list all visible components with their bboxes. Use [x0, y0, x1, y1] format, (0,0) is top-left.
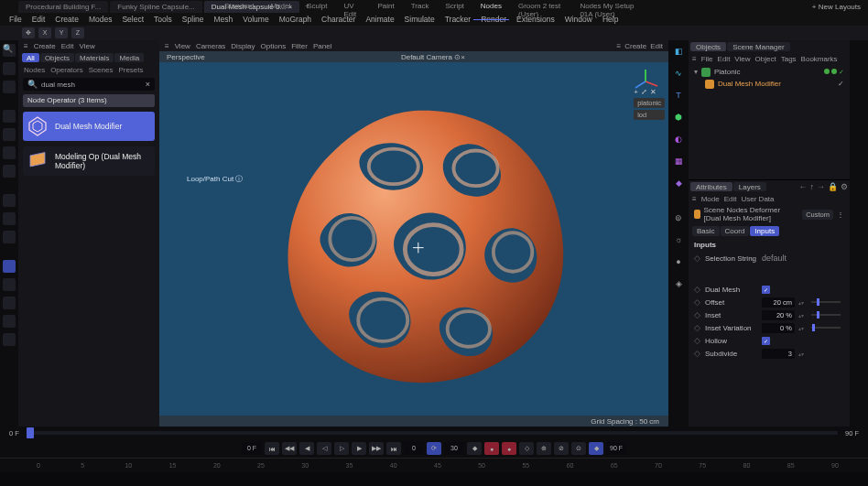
deformer-icon[interactable]: ◐: [671, 132, 686, 146]
timeline-strip[interactable]: 0 F 90 F: [0, 427, 868, 439]
attr-tab-basic[interactable]: Basic: [692, 226, 720, 236]
key-icon[interactable]: ◆: [467, 442, 482, 455]
frame-end-field[interactable]: 90 F: [845, 429, 859, 437]
playhead[interactable]: [27, 427, 34, 438]
tree-item-dual-mesh[interactable]: Dual Mesh Modifier ✓: [694, 78, 844, 90]
gear-icon[interactable]: ⚙: [841, 182, 848, 191]
value-field[interactable]: 20 %: [762, 310, 795, 320]
checkbox[interactable]: ✓: [762, 337, 770, 345]
plus-icon[interactable]: +: [634, 88, 638, 96]
asset-menu-view[interactable]: View: [79, 42, 94, 50]
step-fwd-icon[interactable]: ▶▶: [369, 442, 384, 455]
slider-track[interactable]: [811, 327, 841, 329]
asset-filter-presets[interactable]: Presets: [118, 66, 143, 74]
obj-menu-bookmarks[interactable]: Bookmarks: [801, 55, 838, 63]
frame-start-field[interactable]: 0 F: [9, 429, 19, 437]
search-icon[interactable]: 🔍: [3, 44, 16, 57]
fps-field[interactable]: 30: [444, 442, 464, 455]
step-back-icon[interactable]: ◀◀: [282, 442, 297, 455]
attr-menu-edit[interactable]: Edit: [724, 195, 737, 203]
key-rot-icon[interactable]: ⊘: [554, 442, 569, 455]
nav-fwd-icon[interactable]: →: [817, 182, 825, 191]
obj-menu-object[interactable]: Object: [755, 55, 776, 63]
vp-menu-edit[interactable]: Edit: [650, 42, 663, 50]
panel-menu-icon[interactable]: ≡: [692, 55, 697, 63]
polygon-mode-icon[interactable]: [3, 231, 16, 243]
layout-tab[interactable]: UV Edit: [337, 0, 369, 20]
light-icon[interactable]: ☼: [671, 232, 686, 247]
active-tool-icon[interactable]: [3, 260, 16, 273]
layout-tab[interactable]: Sculpt: [299, 0, 334, 20]
menu-file[interactable]: File: [5, 14, 26, 25]
panel-tab-layers[interactable]: Layers: [733, 182, 766, 191]
layout-tab[interactable]: Model: [263, 0, 298, 20]
keyframe-diamond-icon[interactable]: ◇: [694, 336, 701, 345]
keyframe-diamond-icon[interactable]: ◇: [694, 254, 701, 263]
menu-select[interactable]: Select: [118, 14, 147, 25]
scale-tool-icon[interactable]: [3, 165, 16, 178]
render-dot-icon[interactable]: [831, 69, 837, 74]
tree-item-platonic[interactable]: ▾ Platonic ✓: [694, 66, 844, 78]
vp-menu-create[interactable]: Create: [624, 42, 646, 50]
vp-menu-filter[interactable]: Filter: [291, 42, 308, 50]
close-icon[interactable]: ✕: [650, 88, 656, 96]
layout-tab[interactable]: Track: [404, 0, 437, 20]
material-icon[interactable]: ●: [671, 254, 686, 269]
viewport-tag[interactable]: platonic: [634, 98, 665, 108]
slider-track[interactable]: [811, 301, 841, 303]
obj-menu-tags[interactable]: Tags: [781, 55, 797, 63]
slider-thumb[interactable]: [817, 298, 819, 306]
obj-menu-file[interactable]: File: [701, 55, 713, 63]
camera-icon[interactable]: ⊚: [671, 211, 686, 225]
asset-menu-edit[interactable]: Edit: [61, 42, 74, 50]
value-field[interactable]: 0 %: [762, 323, 795, 333]
keyframe-diamond-icon[interactable]: ◇: [694, 349, 701, 358]
asset-tab-objects[interactable]: Objects: [40, 53, 74, 62]
asset-filter-operators[interactable]: Operators: [50, 66, 83, 74]
vp-menu-options[interactable]: Options: [261, 42, 287, 50]
play-back-icon[interactable]: ◁: [317, 442, 331, 455]
search-input[interactable]: [41, 81, 146, 89]
nav-back-icon[interactable]: ←: [799, 182, 808, 191]
panel-tab-objects[interactable]: Objects: [690, 42, 726, 51]
edge-mode-icon[interactable]: [3, 212, 16, 225]
prev-frame-icon[interactable]: ◀: [299, 442, 314, 455]
move-tool-icon[interactable]: [3, 128, 16, 141]
nodes-icon[interactable]: ◆: [671, 176, 686, 190]
checkbox[interactable]: ✓: [762, 286, 770, 294]
preset-dropdown[interactable]: Custom: [802, 210, 833, 220]
go-end-icon[interactable]: ⏭: [386, 442, 401, 455]
panel-tab-scene-manager[interactable]: Scene Manager: [727, 42, 789, 51]
asset-tab-media[interactable]: Media: [114, 53, 144, 62]
nav-up-icon[interactable]: ↑: [810, 182, 815, 191]
clear-icon[interactable]: ×: [146, 80, 150, 89]
panel-menu-icon[interactable]: ≡: [165, 42, 169, 50]
axis-x-button[interactable]: X: [38, 27, 51, 38]
panel-tab-attributes[interactable]: Attributes: [690, 182, 732, 191]
spline-icon[interactable]: ∿: [671, 66, 686, 81]
attr-text-value[interactable]: default: [762, 254, 787, 263]
keyframe-diamond-icon[interactable]: ◇: [694, 323, 701, 332]
select-tool-icon[interactable]: [3, 110, 16, 123]
cube-primitive-icon[interactable]: ◧: [671, 44, 686, 59]
autokey-icon[interactable]: ●: [502, 442, 516, 455]
generator-icon[interactable]: ⬢: [671, 110, 686, 124]
asset-search[interactable]: 🔍 ×: [23, 78, 155, 91]
text-icon[interactable]: T: [671, 88, 686, 103]
key-param-icon[interactable]: ◆: [589, 442, 603, 455]
result-category-header[interactable]: Node Operator (3 Items): [23, 94, 155, 107]
lock-icon[interactable]: 🔒: [828, 182, 838, 191]
layout-tab[interactable]: Standard: [217, 0, 261, 20]
frame-start-input[interactable]: 0 F: [242, 442, 262, 455]
attr-tab-coord[interactable]: Coord: [721, 226, 750, 236]
frame-ruler[interactable]: 051015202530354045505560657075808590: [0, 458, 868, 470]
key-scale-icon[interactable]: ⊙: [571, 442, 586, 455]
attr-tab-inputs[interactable]: Inputs: [750, 226, 779, 236]
check-icon[interactable]: ✓: [838, 80, 844, 88]
layout-tab[interactable]: Paint: [370, 0, 401, 20]
timeline-track[interactable]: [27, 431, 838, 435]
key-pos-icon[interactable]: ⊕: [537, 442, 551, 455]
record-icon[interactable]: ●: [484, 442, 499, 455]
asset-tab-all[interactable]: All: [22, 53, 39, 62]
preset-menu-icon[interactable]: ⋮: [837, 211, 844, 219]
